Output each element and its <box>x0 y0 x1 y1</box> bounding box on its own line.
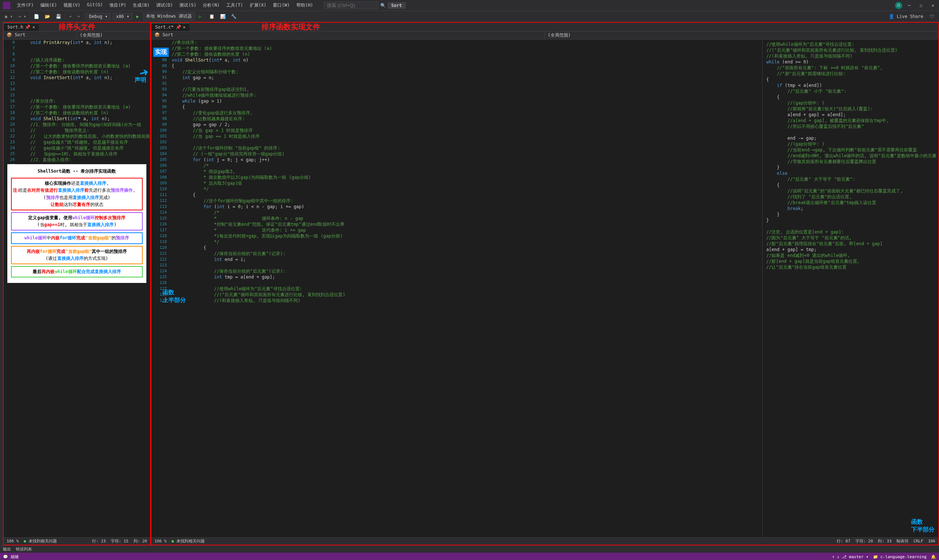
code-line[interactable]: for (int j = 0; j < gap; j++) <box>172 157 762 163</box>
code-line[interactable]: { <box>766 94 936 100</box>
admin-icon[interactable]: 🛡 <box>928 13 936 20</box>
code-line[interactable]: //第二个参数: 接收该数组的长度 (n) <box>20 110 150 116</box>
code-line[interactable]: while (gap > 1) <box>172 98 762 104</box>
code-line[interactable]: * 总共取3(gap)组 <box>172 180 762 186</box>
code-line[interactable]: //break退出循环将"后元素"tmp插入该位置 <box>766 200 936 206</box>
code-line[interactable]: } <box>766 211 936 217</box>
close-icon[interactable]: ✕ <box>32 25 35 30</box>
code-line[interactable]: /* <box>172 163 762 169</box>
code-line[interactable]: //end减到<0时, 退出while循环的话, 说明"后元素"是数组中最小的元… <box>766 153 936 159</box>
code-line[interactable]: //那[end + gap]就是当前gap组首元素位置, <box>766 258 936 264</box>
platform-dropdown[interactable]: x86 ▾ <box>113 13 133 20</box>
code-line[interactable]: // 让大的数更快的到数组后面, 小的数更快的到数组前面 <box>20 134 150 139</box>
code-line[interactable]: //第一个参数: 接收要排序的数组首元素地址 (a) <box>172 45 762 51</box>
code-line[interactable]: { <box>172 63 762 69</box>
code-line[interactable]: { <box>172 192 762 198</box>
menu-tools[interactable]: 工具(T) <box>224 1 246 10</box>
code-line[interactable]: */ <box>172 186 762 192</box>
code-line[interactable]: *控制"前元素end"范围, 保证"后元素tmp"通过end取值时不出界 <box>172 222 762 227</box>
tb-icon-2[interactable]: 📊 <box>218 13 227 20</box>
code-line[interactable]: //("后元素"循环和其前面所有元素进行比较, 直到找到合适位置) <box>172 292 762 298</box>
nav-project[interactable]: 📦 Sort <box>4 32 77 39</box>
pin-icon[interactable]: 📌 <box>176 25 181 30</box>
tab-sort-c[interactable]: Sort.c* 📌 ✕ <box>151 23 189 31</box>
code-line[interactable]: // gap值越大"跳"得越快, 但是越不接近有序 <box>20 139 150 145</box>
code-line[interactable]: { <box>172 104 762 110</box>
code-line[interactable]: //(gap分组中: ) <box>766 100 936 106</box>
status-bell-icon[interactable]: 🔔 <box>931 554 936 559</box>
code-line[interactable]: //第一个参数: 接收要排序的数组首元素地址 (a) <box>20 63 150 69</box>
tab-errors[interactable]: 错误列表 <box>16 546 32 552</box>
code-line[interactable]: // 当gap==1时, 就相当于直接插入排序 <box>20 151 150 157</box>
menu-test[interactable]: 测试(S) <box>176 1 199 10</box>
new-file-button[interactable]: 📄 <box>32 13 41 20</box>
menu-debug[interactable]: 调试(D) <box>153 1 176 10</box>
code-line[interactable]: //当 gap > 1 时就是预排序 <box>172 128 762 134</box>
code-line[interactable]: //第二个参数: 接收该数组的长度 (n) <box>172 51 762 57</box>
code-line[interactable] <box>172 81 762 86</box>
code-line[interactable]: gap = gap / 2; <box>172 122 762 128</box>
code-line[interactable]: { <box>172 245 762 251</box>
code-line[interactable]: void PrintArray(int* a, int n); <box>20 40 150 45</box>
code-line[interactable]: // 预排序意义: <box>20 128 150 134</box>
code-line[interactable]: //while循环就继续缩减进行预排序: <box>172 92 762 98</box>
code-line[interactable]: //只要当前预排序gap值还没到1, <box>172 86 762 92</box>
code-line[interactable]: // (一组"gap分"组排完再排另一组gap分组) <box>172 151 762 157</box>
code-line[interactable]: int gap = n; <box>172 75 762 81</box>
search-icon[interactable]: 🔍 <box>379 2 388 9</box>
code-line[interactable]: //那就将"前元素(较大)"往后插入(覆盖): <box>766 106 936 112</box>
start-nodebug-icon[interactable]: ▷ <box>197 13 203 20</box>
redo-button[interactable]: ↷ <box>76 13 82 20</box>
pin-icon[interactable]: 📌 <box>25 25 31 30</box>
code-line[interactable]: end -= gap; <box>766 135 936 141</box>
right-editor[interactable]: 实现 函数 上半部分 87888990919293949596979899100… <box>151 40 938 537</box>
code-line[interactable]: a[end + gap] = tmp; <box>766 247 936 252</box>
code-line[interactable]: //("后元素"循环和其前面所有元素进行比较, 直到找到合适位置) <box>766 47 936 53</box>
code-line[interactable]: { <box>766 182 936 188</box>
code-line[interactable]: //当 gap == 1 时就是插入排序 <box>172 134 762 139</box>
code-line[interactable]: if (tmp < a[end]) <box>766 83 936 88</box>
undo-button[interactable]: ↶ <box>67 13 73 20</box>
code-line[interactable]: else <box>766 171 936 176</box>
code-line[interactable]: /* <box>172 210 762 215</box>
code-line[interactable]: void ShellSort(int* a, int n) <box>172 57 762 63</box>
code-line[interactable]: // gap值越小"跳"得越慢, 但是越接近有序 <box>20 145 150 151</box>
config-dropdown[interactable]: Debug ▾ <box>86 13 111 20</box>
menu-help[interactable]: 帮助(H) <box>293 1 316 10</box>
code-line[interactable]: * 迭代条件: i += gap <box>172 227 762 233</box>
tb-icon-3[interactable]: 🔧 <box>229 13 238 20</box>
code-line[interactable]: //希尔排序: <box>172 40 762 45</box>
code-line[interactable]: * 假设gap取3, <box>172 169 762 174</box>
code-line[interactable]: */ <box>172 239 762 245</box>
avatar[interactable]: 琼 <box>895 2 902 9</box>
search-input[interactable] <box>324 2 379 9</box>
code-line[interactable] <box>20 92 150 98</box>
code-line[interactable]: //(和直接插入类似, 只是值与值间隔不同) <box>766 53 936 59</box>
menu-view[interactable]: 视图(V) <box>60 1 83 10</box>
code-line[interactable]: //(和直接插入类似, 只是值与值间隔不同) <box>172 298 762 303</box>
code-line[interactable]: for (int i = 0; i < n - gap; i += gap) <box>172 204 762 210</box>
code-line[interactable]: { <box>766 77 936 83</box>
code-line[interactable] <box>20 45 150 51</box>
code-line[interactable]: while (end >= 0) <box>766 59 936 65</box>
code-line[interactable]: //希尔排序: <box>20 98 150 104</box>
back-button[interactable]: ◉ ▾ <box>3 13 15 20</box>
menu-analyze[interactable]: 分析(N) <box>200 1 223 10</box>
code-line[interactable]: //"后元素" 小于 "前元素": <box>766 88 936 94</box>
code-line[interactable]: break; <box>766 206 936 211</box>
code-line[interactable]: * 就在数组中以3(gap)为间隔取数为一组 (gap分组) <box>172 174 762 180</box>
code-line[interactable]: //a[end + gap], 被覆盖的元素还保留在tmp中, <box>766 118 936 123</box>
tab-output[interactable]: 输出 <box>3 546 11 552</box>
code-line[interactable]: //保存当前分组的"后元素"(记录): <box>172 268 762 274</box>
code-line[interactable]: //这个for循环控制gap组中其中一组的排序: <box>172 198 762 204</box>
status-repo[interactable]: 📁 c-language-learning <box>873 554 927 559</box>
code-line[interactable]: //保存当前分组的"前元素"(记录): <box>172 251 762 257</box>
code-line[interactable]: } <box>766 217 936 223</box>
menu-project[interactable]: 项目(P) <box>106 1 129 10</box>
code-line[interactable]: //注意, 合适的位置是[end + gap]: <box>766 229 936 235</box>
code-line[interactable]: int end = i; <box>172 257 762 262</box>
code-line[interactable] <box>172 280 762 286</box>
code-line[interactable]: //导致其前面所有元素都要往后覆盖腾出位置 <box>766 159 936 165</box>
code-line[interactable]: //插入排序函数: <box>20 57 150 63</box>
close-icon[interactable]: ✕ <box>183 25 186 30</box>
